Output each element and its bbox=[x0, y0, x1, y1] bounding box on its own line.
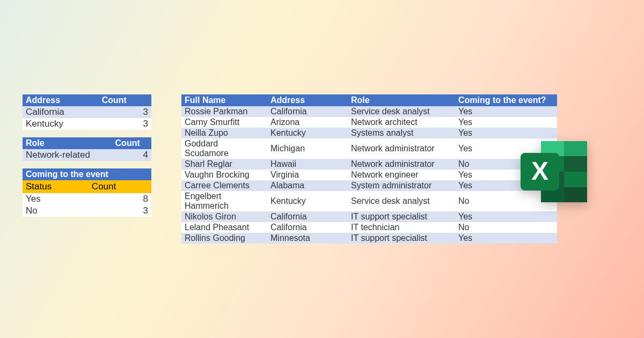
cell-full-name: Leland Pheasant bbox=[181, 222, 267, 233]
cell-full-name: Engelbert Hammerich bbox=[181, 191, 267, 211]
table-row: Rossie ParkmanCaliforniaService desk ana… bbox=[181, 106, 557, 117]
table-row: Nikolos GironCaliforniaIT support specia… bbox=[181, 211, 557, 222]
cell-full-name: Carree Clements bbox=[181, 180, 267, 191]
event-status-header: Status bbox=[23, 180, 89, 193]
event-row-count: 8 bbox=[89, 193, 151, 205]
address-row-count: 3 bbox=[99, 106, 151, 118]
event-row-label: No bbox=[23, 205, 89, 217]
role-row-count: 4 bbox=[112, 149, 151, 161]
role-summary-table: Role Count Network-related 4 bbox=[23, 137, 151, 161]
cell-full-name: Vaughn Brocking bbox=[181, 170, 267, 180]
cell-address: California bbox=[267, 106, 348, 117]
table-row: Yes 8 bbox=[23, 193, 151, 205]
cell-full-name: Goddard Scudamore bbox=[181, 138, 267, 159]
cell-address: Arizona bbox=[267, 117, 348, 128]
cell-role: IT support specialist bbox=[348, 233, 455, 244]
event-title: Coming to the event bbox=[23, 168, 151, 180]
main-table-panel: Full Name Address Role Coming to the eve… bbox=[181, 94, 557, 244]
table-row: Goddard ScudamoreMichiganNetwork adminis… bbox=[181, 138, 557, 159]
role-row-label: Network-related bbox=[23, 149, 112, 161]
cell-full-name: Carny Smurfitt bbox=[181, 117, 267, 128]
event-row-label: Yes bbox=[23, 193, 89, 205]
cell-address: Kentucky bbox=[267, 191, 348, 211]
table-row: Vaughn BrockingVirginiaNetwork engineerY… bbox=[181, 170, 557, 180]
cell-full-name: Sharl Reglar bbox=[181, 159, 267, 170]
svg-rect-8 bbox=[564, 187, 587, 202]
cell-role: Service desk analyst bbox=[348, 106, 455, 117]
cell-address: California bbox=[267, 211, 348, 222]
cell-role: IT technician bbox=[348, 222, 455, 233]
summary-panel: Address Count California 3 Kentucky 3 Ro… bbox=[23, 94, 151, 224]
cell-full-name: Nikolos Giron bbox=[181, 211, 267, 222]
event-row-count: 3 bbox=[89, 205, 151, 217]
cell-full-name: Rossie Parkman bbox=[181, 106, 267, 117]
cell-coming: Yes bbox=[455, 117, 557, 128]
table-row: No 3 bbox=[23, 205, 151, 217]
cell-role: Network architect bbox=[348, 117, 455, 128]
table-row: Network-related 4 bbox=[23, 149, 151, 161]
table-row: Sharl ReglarHawaiiNetwork administratorN… bbox=[181, 159, 557, 170]
cell-role: Network administrator bbox=[348, 159, 455, 170]
cell-address: Minnesota bbox=[267, 233, 348, 244]
cell-role: Systems analyst bbox=[348, 128, 455, 138]
address-row-label: California bbox=[23, 106, 99, 118]
table-row: California 3 bbox=[23, 106, 151, 118]
table-row: Carny SmurfittArizonaNetwork architectYe… bbox=[181, 117, 557, 128]
address-row-label: Kentucky bbox=[23, 118, 99, 130]
table-row: Leland PheasantCaliforniaIT technicianNo bbox=[181, 222, 557, 233]
cell-address: Virginia bbox=[267, 170, 348, 180]
cell-role: IT support specialist bbox=[348, 211, 455, 222]
event-count-header: Count bbox=[89, 180, 151, 193]
table-row: Kentucky 3 bbox=[23, 118, 151, 130]
main-data-table: Full Name Address Role Coming to the eve… bbox=[181, 94, 557, 244]
excel-icon: X bbox=[515, 137, 590, 207]
cell-address: Hawaii bbox=[267, 159, 348, 170]
col-coming: Coming to the event? bbox=[455, 94, 557, 106]
col-address: Address bbox=[267, 94, 348, 106]
cell-coming: No bbox=[455, 222, 557, 233]
cell-address: Alabama bbox=[267, 180, 348, 191]
svg-text:X: X bbox=[531, 157, 548, 185]
table-row: Neilla ZupoKentuckySystems analystYes bbox=[181, 128, 557, 138]
table-row: Carree ClementsAlabamaSystem administrat… bbox=[181, 180, 557, 191]
event-summary-table: Coming to the event Status Count Yes 8 N… bbox=[23, 168, 151, 217]
cell-coming: Yes bbox=[455, 106, 557, 117]
cell-role: Network engineer bbox=[348, 170, 455, 180]
cell-address: Kentucky bbox=[267, 128, 348, 138]
cell-coming: Yes bbox=[455, 233, 557, 244]
address-header: Address bbox=[23, 94, 99, 106]
role-header: Role bbox=[23, 137, 112, 149]
address-count-header: Count bbox=[99, 94, 151, 106]
address-row-count: 3 bbox=[99, 118, 151, 130]
table-row: Engelbert HammerichKentuckyService desk … bbox=[181, 191, 557, 211]
cell-full-name: Neilla Zupo bbox=[181, 128, 267, 138]
cell-role: Service desk analyst bbox=[348, 191, 455, 211]
cell-role: System administrator bbox=[348, 180, 455, 191]
col-role: Role bbox=[348, 94, 455, 106]
role-count-header: Count bbox=[112, 137, 151, 149]
col-full-name: Full Name bbox=[181, 94, 267, 106]
svg-rect-6 bbox=[564, 172, 587, 187]
cell-address: Michigan bbox=[267, 138, 348, 159]
address-summary-table: Address Count California 3 Kentucky 3 bbox=[23, 94, 151, 130]
svg-rect-2 bbox=[564, 141, 587, 156]
cell-coming: Yes bbox=[455, 211, 557, 222]
cell-role: Network administrator bbox=[348, 138, 455, 159]
svg-rect-4 bbox=[564, 156, 587, 172]
cell-address: California bbox=[267, 222, 348, 233]
table-row: Rollins GoodingMinnesotaIT support speci… bbox=[181, 233, 557, 244]
cell-full-name: Rollins Gooding bbox=[181, 233, 267, 244]
